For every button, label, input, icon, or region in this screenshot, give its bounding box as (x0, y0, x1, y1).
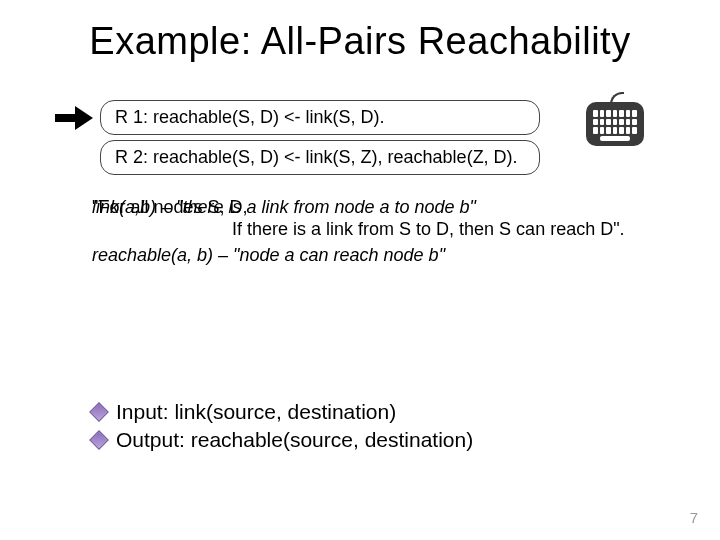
bullet-input: Input: link(source, destination) (92, 400, 473, 424)
overlap-layer-b: "For all nodes S, D, (92, 196, 247, 219)
slide-title: Example: All-Pairs Reachability (0, 20, 720, 63)
page-number: 7 (690, 509, 698, 526)
rule-2-box: R 2: reachable(S, D) <- link(S, Z), reac… (100, 140, 540, 175)
explanation-block: link(a,b) – "there is a link from node a… (92, 196, 652, 218)
rule-2-text: R 2: reachable(S, D) <- link(S, Z), reac… (115, 147, 518, 167)
bullet-output-text: Output: reachable(source, destination) (116, 428, 473, 452)
explanation-line-3: reachable(a, b) – "node a can reach node… (92, 244, 445, 267)
bullet-list: Input: link(source, destination) Output:… (92, 400, 473, 456)
rule-1-text: R 1: reachable(S, D) <- link(S, D). (115, 107, 385, 127)
bullet-output: Output: reachable(source, destination) (92, 428, 473, 452)
slide: Example: All-Pairs Reachability R 1: rea… (0, 0, 720, 540)
rule-1-box: R 1: reachable(S, D) <- link(S, D). (100, 100, 540, 135)
diamond-bullet-icon (89, 430, 109, 450)
bullet-input-text: Input: link(source, destination) (116, 400, 396, 424)
diamond-bullet-icon (89, 402, 109, 422)
explanation-line-2: If there is a link from S to D, then S c… (232, 218, 625, 241)
keyboard-icon (586, 102, 644, 154)
